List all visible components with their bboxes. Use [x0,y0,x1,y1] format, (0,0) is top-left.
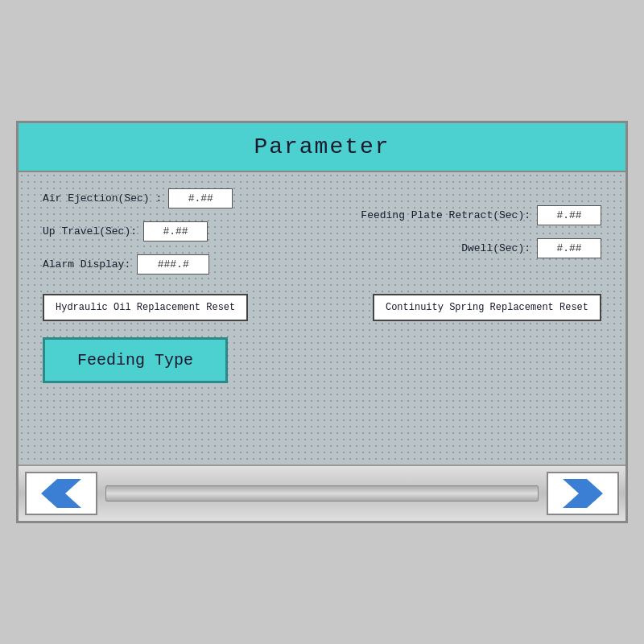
params-top-row: Air Ejection(Sec) : #.## Up Travel(Sec):… [43,188,601,275]
up-travel-input[interactable]: #.## [143,221,208,242]
feeding-plate-retract-label: Feeding Plate Retract(Sec): [361,209,530,221]
up-travel-label: Up Travel(Sec): [43,225,137,237]
left-arrow-icon [41,479,81,508]
right-arrow-icon [563,479,603,508]
reset-buttons-row: Hydraulic Oil Replacement Reset Continui… [43,294,601,321]
air-ejection-label: Air Ejection(Sec) : [43,192,162,204]
nav-left-button[interactable] [25,472,97,515]
up-travel-item: Up Travel(Sec): #.## [43,221,233,242]
nav-right-button[interactable] [547,472,619,515]
alarm-display-item: Alarm Display: ###.# [43,254,233,275]
feeding-plate-retract-item: Feeding Plate Retract(Sec): #.## [361,205,601,225]
params-right: Feeding Plate Retract(Sec): #.## Dwell(S… [361,205,601,258]
alarm-display-input[interactable]: ###.# [137,254,209,275]
dwell-input[interactable]: #.## [537,238,601,258]
bottom-navigation [19,464,625,521]
air-ejection-item: Air Ejection(Sec) : #.## [43,188,233,208]
content-area: Air Ejection(Sec) : #.## Up Travel(Sec):… [19,172,625,464]
continuity-spring-reset-button[interactable]: Continuity Spring Replacement Reset [373,294,601,321]
hydraulic-reset-button[interactable]: Hydraulic Oil Replacement Reset [43,294,248,321]
main-container: Parameter Air Ejection(Sec) : #.## Up Tr… [16,121,628,523]
feeding-type-button[interactable]: Feeding Type [43,337,228,383]
dwell-label: Dwell(Sec): [461,242,530,254]
alarm-display-label: Alarm Display: [43,258,130,270]
feeding-type-row: Feeding Type [43,334,601,383]
air-ejection-input[interactable]: #.## [168,188,233,208]
params-left: Air Ejection(Sec) : #.## Up Travel(Sec):… [43,188,233,275]
title-bar: Parameter [19,123,625,172]
nav-scrollbar[interactable] [105,485,539,502]
page-title: Parameter [254,134,390,159]
feeding-plate-retract-input[interactable]: #.## [537,205,601,225]
dwell-item: Dwell(Sec): #.## [461,238,601,258]
